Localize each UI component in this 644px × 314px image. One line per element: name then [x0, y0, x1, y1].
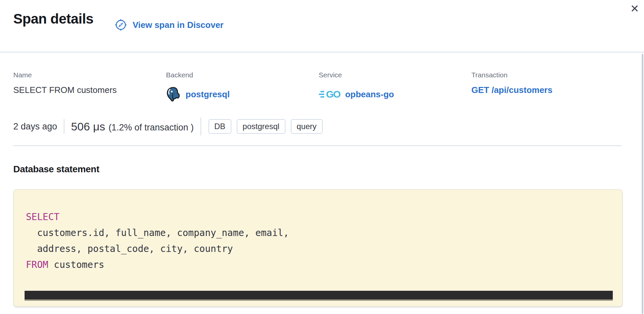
discover-compass-icon [115, 19, 127, 31]
badge-span-subtype: postgresql [237, 119, 285, 134]
page-title: Span details [13, 10, 93, 28]
postgresql-elephant-icon [166, 87, 181, 102]
divider [201, 118, 201, 135]
sql-from-target: customers [48, 259, 104, 270]
meta-service-column: Service GO opbeans-go [319, 70, 471, 104]
duration-percent-of-transaction: (1.2% of transaction ) [109, 122, 194, 133]
meta-transaction-column: Transaction GET /api/customers [471, 70, 631, 104]
vertical-scrollbar-thumb[interactable] [642, 54, 643, 314]
span-metadata: Name SELECT FROM customers Backend postg… [0, 70, 644, 104]
sql-keyword-from: FROM [26, 259, 48, 270]
service-label: Service [319, 70, 471, 80]
transaction-link[interactable]: GET /api/customers [471, 85, 552, 95]
badge-span-action: query [291, 119, 323, 134]
divider [64, 119, 64, 134]
badge-span-type: DB [208, 119, 231, 134]
sql-code-block: SELECT customers.id, full_name, company_… [13, 189, 623, 307]
view-span-in-discover-link[interactable]: View span in Discover [115, 19, 223, 31]
service-opbeans-go-link[interactable]: opbeans-go [345, 89, 394, 100]
horizontal-scrollbar-track [25, 291, 613, 301]
flyout-header: Span details View span in Discover [0, 0, 644, 52]
sql-keyword-select: SELECT [26, 211, 59, 222]
duration-group: 506 μs (1.2% of transaction ) [71, 120, 194, 133]
sql-columns-line-1: customers.id, full_name, company_name, e… [26, 227, 289, 238]
span-duration: 506 μs [71, 120, 105, 133]
backend-postgresql-link[interactable]: postgresql [186, 89, 230, 100]
discover-link-label: View span in Discover [132, 20, 223, 30]
meta-backend-column: Backend postgresql [166, 70, 319, 104]
close-icon: ✕ [630, 3, 639, 15]
go-language-icon: GO [319, 89, 340, 99]
database-statement-heading: Database statement [13, 164, 631, 175]
name-label: Name [13, 70, 166, 80]
span-type-badges: DB postgresql query [208, 119, 323, 134]
backend-label: Backend [166, 70, 319, 80]
span-summary-row: 2 days ago 506 μs (1.2% of transaction )… [0, 118, 644, 135]
span-name-value: SELECT FROM customers [13, 85, 166, 98]
meta-name-column: Name SELECT FROM customers [13, 70, 166, 104]
timestamp: 2 days ago [13, 121, 57, 132]
sql-columns-line-2: address, postal_code, city, country [26, 243, 233, 254]
close-flyout-button[interactable]: ✕ [627, 1, 642, 16]
horizontal-scrollbar-thumb[interactable] [25, 291, 613, 299]
go-speed-lines [319, 91, 324, 98]
sql-statement[interactable]: SELECT customers.id, full_name, company_… [14, 190, 622, 273]
transaction-label: Transaction [471, 70, 631, 80]
section-divider [13, 145, 621, 146]
